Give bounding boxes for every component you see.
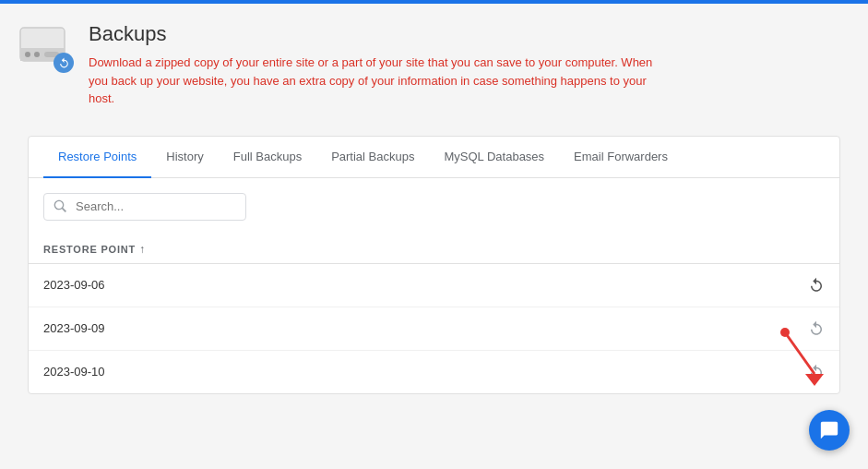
tab-full-backups[interactable]: Full Backups: [219, 137, 316, 178]
restore-point-column-header: RESTORE POINT: [43, 244, 136, 255]
chat-button[interactable]: [809, 410, 850, 451]
backup-icon-container: [18, 22, 74, 73]
tab-partial-backups[interactable]: Partial Backups: [316, 137, 429, 178]
search-icon: [54, 199, 68, 214]
tab-history[interactable]: History: [151, 137, 218, 178]
tab-mysql-databases[interactable]: MySQL Databases: [429, 137, 559, 178]
tabs-container: Restore Points History Full Backups Part…: [29, 137, 839, 178]
tab-restore-points[interactable]: Restore Points: [43, 137, 151, 178]
restore-action-1[interactable]: [808, 277, 825, 294]
main-card: Restore Points History Full Backups Part…: [28, 136, 840, 394]
tab-email-forwarders[interactable]: Email Forwarders: [559, 137, 683, 178]
table-row[interactable]: 2023-09-09: [29, 307, 839, 351]
row-date-1: 2023-09-06: [43, 278, 105, 292]
row-date-2: 2023-09-09: [43, 321, 105, 335]
page-title: Backups: [89, 22, 660, 46]
search-input[interactable]: [76, 199, 236, 213]
table-row[interactable]: 2023-09-10: [29, 351, 839, 393]
svg-point-3: [34, 52, 40, 57]
search-box[interactable]: [43, 193, 246, 221]
restore-action-3[interactable]: [808, 364, 825, 380]
row-date-3: 2023-09-10: [43, 365, 105, 379]
page-description: Download a zipped copy of your entire si…: [89, 54, 660, 108]
svg-point-2: [25, 52, 30, 57]
search-section: [29, 178, 839, 235]
chat-icon: [819, 420, 839, 440]
table-header: RESTORE POINT ↑: [29, 235, 839, 264]
sort-icon[interactable]: ↑: [139, 243, 145, 256]
header-section: Backups Download a zipped copy of your e…: [18, 22, 850, 108]
header-text: Backups Download a zipped copy of your e…: [89, 22, 660, 108]
restore-action-2[interactable]: [808, 320, 825, 337]
table-row[interactable]: 2023-09-06: [29, 264, 839, 307]
restore-badge-icon: [54, 53, 74, 73]
